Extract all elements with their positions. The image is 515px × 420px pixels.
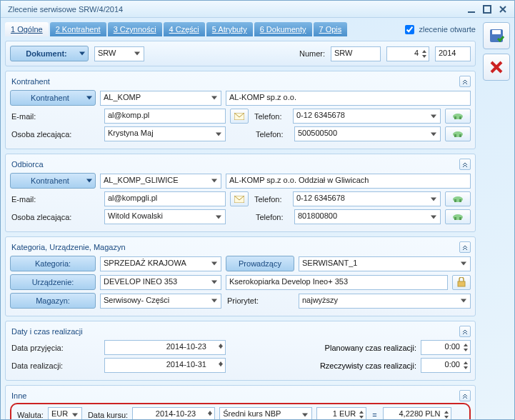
- magazyn-value[interactable]: Serwisowy- Części: [100, 294, 221, 309]
- phone-icon[interactable]: [445, 126, 471, 141]
- odbiorca-name[interactable]: AL-KOMP sp.z o.o. Oddział w Gliwicach: [226, 174, 471, 189]
- tab-dokumenty[interactable]: 6 Dokumenty: [254, 22, 312, 36]
- phone-icon[interactable]: [445, 109, 471, 124]
- prowadzacy-value[interactable]: SERWISANT_1: [299, 256, 471, 271]
- plan-value[interactable]: 0:00: [421, 340, 471, 355]
- tab-czynnosci[interactable]: 3 Czynności: [108, 22, 162, 36]
- document-row: Dokument: SRW Numer: SRW 4 2014: [5, 41, 476, 66]
- main-pane: 1 Ogólne 2 Kontrahent 3 Czynności 4 Częś…: [1, 18, 480, 419]
- one-eur[interactable]: 1 EUR: [316, 407, 366, 419]
- kontrahent-osoba[interactable]: Krystyna Maj: [104, 126, 226, 141]
- dokument-type[interactable]: SRW: [94, 46, 144, 61]
- kontrahent-tel2[interactable]: 500500500: [294, 126, 441, 141]
- svg-rect-19: [458, 281, 465, 286]
- svg-rect-10: [454, 134, 456, 137]
- email-label: E-mail:: [10, 195, 100, 204]
- tel-label: Telefon:: [253, 195, 289, 204]
- urzadzenie-desc[interactable]: Kserokopiarka Develop Ineo+ 353: [226, 275, 448, 290]
- group-kategoria-title: Kategoria, Urządzenie, Magazyn: [11, 243, 126, 251]
- kontrahent-email[interactable]: al@komp.pl: [104, 109, 226, 124]
- data-przyjecia-label: Data przyjęcia:: [10, 344, 100, 352]
- open-order-check[interactable]: [405, 25, 414, 34]
- group-inne: Inne Waluta: EUR Data kursu: 2014-10-23 …: [5, 385, 476, 419]
- kontrahent-tel[interactable]: 0-12 6345678: [293, 109, 441, 124]
- data-przyjecia[interactable]: 2014-10-23: [104, 340, 226, 355]
- tel-label: Telefon:: [253, 112, 289, 121]
- kategoria-button[interactable]: Kategoria:: [10, 256, 96, 271]
- app-window: Zlecenie serwisowe SRW/4/2014 1 Ogólne 2…: [0, 0, 515, 420]
- rzecz-label: Rzeczywisty czas realizacji:: [320, 361, 416, 370]
- data-realizacji-label: Data realizacji:: [10, 361, 100, 370]
- svg-rect-17: [454, 217, 456, 220]
- kontrahent-name[interactable]: AL-KOMP sp.z o.o.: [226, 91, 471, 106]
- minimize-button[interactable]: [464, 4, 479, 15]
- svg-rect-15: [459, 199, 461, 202]
- numer-prefix[interactable]: SRW: [331, 46, 381, 61]
- odbiorca-osoba[interactable]: Witold Kowalski: [104, 209, 226, 224]
- tel2-label: Telefon:: [254, 213, 290, 221]
- waluta-value[interactable]: EUR: [48, 407, 82, 419]
- prowadzacy-button[interactable]: Prowadzący: [226, 256, 294, 271]
- equals-sign: =: [371, 411, 378, 419]
- data-realizacji[interactable]: 2014-10-31: [104, 358, 226, 373]
- lock-icon[interactable]: [452, 275, 471, 290]
- svg-rect-8: [459, 116, 461, 119]
- kontrahent-code[interactable]: AL_KOMP: [100, 91, 221, 106]
- odbiorca-code[interactable]: AL_KOMP_GLIWICE: [100, 174, 221, 189]
- tel2-label: Telefon:: [254, 130, 290, 139]
- kategoria-value[interactable]: SPRZEDAŻ KRAJOWA: [100, 256, 221, 271]
- tab-general[interactable]: 1 Ogólne: [5, 22, 49, 36]
- svg-rect-7: [454, 116, 456, 119]
- svg-rect-1: [468, 11, 475, 13]
- tab-atrybuty[interactable]: 5 Atrybuty: [206, 22, 253, 36]
- window-title: Zlecenie serwisowe SRW/4/2014: [5, 5, 463, 14]
- svg-rect-2: [484, 6, 491, 13]
- numer-year[interactable]: 2014: [435, 46, 471, 61]
- magazyn-button[interactable]: Magazyn:: [10, 293, 96, 309]
- group-kontrahent-title: Kontrahent: [11, 77, 50, 86]
- kurs-label: Data kursu:: [86, 411, 128, 419]
- tab-opis[interactable]: 7 Opis: [314, 22, 348, 36]
- tab-czesci[interactable]: 4 Części: [164, 22, 205, 36]
- kontrahent-picker[interactable]: Kontrahent: [10, 90, 96, 106]
- plan-label: Planowany czas realizacji:: [325, 344, 416, 352]
- svg-rect-11: [459, 134, 461, 137]
- collapse-icon[interactable]: [459, 76, 471, 87]
- kurs-type[interactable]: Średni kurs NBP: [219, 407, 312, 419]
- osoba-label: Osoba zlecająca:: [10, 130, 100, 139]
- urzadzenie-button[interactable]: Urządzenie:: [10, 274, 96, 290]
- dokument-dropdown[interactable]: Dokument:: [10, 46, 89, 61]
- priorytet-value[interactable]: najwyższy: [299, 294, 471, 309]
- odbiorca-picker[interactable]: Kontrahent: [10, 173, 96, 189]
- urzadzenie-value[interactable]: DEVELOP INEO 353: [100, 275, 221, 290]
- email-icon[interactable]: [230, 109, 249, 124]
- email-label: E-mail:: [10, 112, 100, 121]
- phone-icon[interactable]: [445, 209, 471, 224]
- email-icon[interactable]: [230, 191, 249, 206]
- collapse-icon[interactable]: [459, 390, 471, 401]
- phone-icon[interactable]: [445, 191, 471, 206]
- osoba-label: Osoba zlecająca:: [10, 213, 100, 221]
- group-inne-title: Inne: [11, 391, 26, 400]
- numer-label: Numer:: [298, 49, 325, 58]
- maximize-button[interactable]: [480, 4, 494, 15]
- group-daty: Daty i czas realizacji Data przyjęcia: 2…: [5, 321, 476, 381]
- numer-value[interactable]: 4: [386, 46, 429, 61]
- collapse-icon[interactable]: [459, 159, 471, 170]
- group-daty-title: Daty i czas realizacji: [11, 327, 83, 336]
- collapse-icon[interactable]: [459, 241, 471, 253]
- odbiorca-tel[interactable]: 0-12 6345678: [293, 191, 441, 206]
- close-button[interactable]: [496, 4, 510, 15]
- odbiorca-tel2[interactable]: 801800800: [294, 209, 441, 224]
- tab-bar: 1 Ogólne 2 Kontrahent 3 Czynności 4 Częś…: [5, 22, 476, 36]
- open-order-checkbox[interactable]: zlecenie otwarte: [405, 25, 476, 34]
- cancel-button[interactable]: [483, 54, 510, 81]
- collapse-icon[interactable]: [459, 326, 471, 337]
- rzecz-value[interactable]: 0:00: [421, 358, 471, 373]
- kurs-date[interactable]: 2014-10-23: [132, 407, 215, 419]
- save-button[interactable]: [483, 22, 510, 49]
- rate[interactable]: 4,2280 PLN: [383, 407, 451, 419]
- tab-kontrahent[interactable]: 2 Kontrahent: [50, 22, 106, 36]
- waluta-label: Waluta:: [16, 411, 44, 419]
- odbiorca-email[interactable]: al@kompgli.pl: [104, 191, 226, 206]
